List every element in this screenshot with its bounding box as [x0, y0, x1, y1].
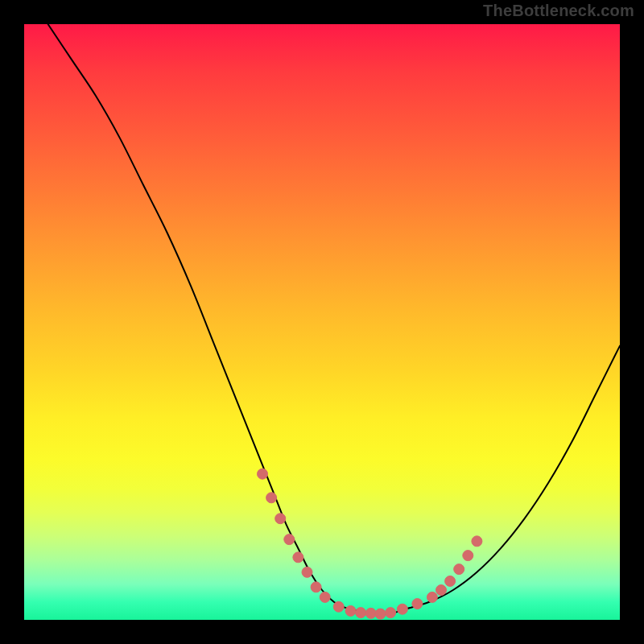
curve-dot: [258, 469, 268, 479]
curve-dot: [345, 605, 356, 616]
curve-dot: [412, 599, 423, 609]
watermark-label: TheBottleneck.com: [483, 2, 634, 20]
curve-dot: [275, 514, 286, 524]
curve-dot: [266, 493, 277, 503]
curve-dot: [445, 576, 456, 586]
curve-dot: [284, 535, 295, 545]
curve-dot: [320, 592, 330, 602]
plot-area: [24, 24, 620, 620]
curve-dot: [463, 551, 473, 561]
curve-svg: [24, 24, 620, 620]
curve-dot: [397, 604, 407, 614]
curve-dot: [472, 536, 482, 547]
curve-dot: [365, 608, 376, 618]
curve-dot: [386, 608, 396, 618]
curve-dot: [454, 564, 464, 575]
curve-dot: [356, 608, 366, 618]
curve-dot: [375, 609, 386, 619]
curve-dot: [333, 601, 344, 612]
curve-dot: [293, 552, 303, 563]
dot-cluster: [258, 469, 482, 619]
curve-dot: [302, 567, 312, 577]
curve-dot: [427, 592, 437, 602]
curve-dot: [311, 582, 321, 592]
bottleneck-curve: [48, 24, 620, 614]
chart-stage: TheBottleneck.com: [0, 0, 644, 644]
curve-dot: [436, 585, 447, 596]
